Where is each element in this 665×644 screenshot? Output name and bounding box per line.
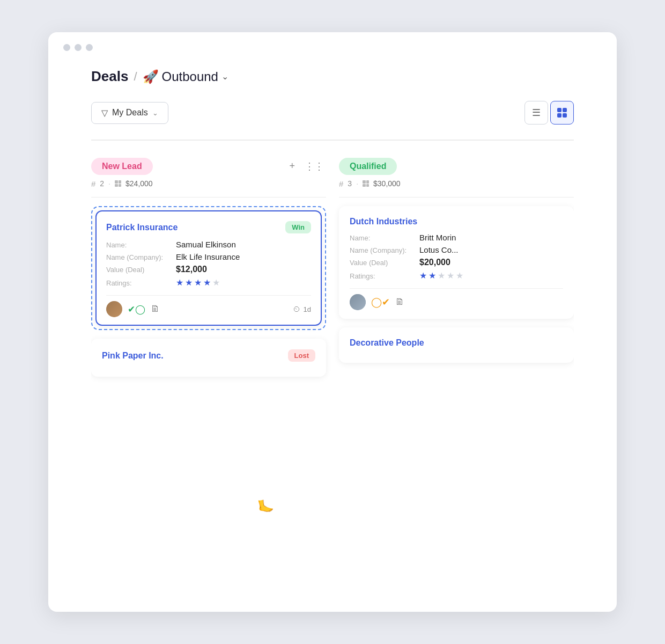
column-meta-new-lead: # 2 · $24,000 [91, 179, 326, 188]
clock-icon: ⏲ [293, 305, 300, 313]
star-4: ★ [447, 270, 454, 281]
column-new-lead: New Lead + ⋮⋮ # 2 · [91, 158, 326, 386]
col-divider-qualified [339, 197, 574, 198]
drag-area: Patrick Insurance Win Name: Samual Elkin… [91, 206, 326, 330]
column-menu-button[interactable]: ⋮⋮ [302, 159, 326, 173]
star-5: ★ [456, 270, 463, 281]
column-value-new-lead: $24,000 [125, 179, 153, 188]
star-4: ★ [203, 277, 211, 288]
list-icon: ☰ [532, 107, 541, 119]
deal-footer-patrick: ✔◯ 🗎 ⏲ 1d [106, 295, 311, 317]
filter-chevron-icon: ⌄ [152, 109, 158, 117]
deal-title-patrick: Patrick Insurance [106, 223, 178, 232]
main-window: Deals / 🚀 Outbound ⌄ ▽ My Deals ⌄ ☰ [48, 32, 617, 612]
toolbar: ▽ My Deals ⌄ ☰ [91, 101, 574, 125]
deal-field-dutch-company: Name (Company): Lotus Co... [350, 245, 563, 254]
column-value-qualified: $30,000 [373, 179, 401, 188]
deal-field-dutch-value: Value (Deal) $20,000 [350, 258, 563, 267]
filter-icon: ▽ [101, 108, 108, 118]
deal-title-decorative: Decorative People [350, 338, 424, 348]
deal-field-dutch-ratings: Ratings: ★ ★ ★ ★ ★ [350, 270, 563, 281]
deal-card-patrick-insurance[interactable]: Patrick Insurance Win Name: Samual Elkin… [95, 210, 322, 326]
badge-new-lead: New Lead [91, 158, 153, 175]
dutch-card-footer: ◯✔ 🗎 [350, 288, 563, 310]
breadcrumb: Deals / 🚀 Outbound ⌄ [91, 68, 574, 85]
time-ago: 1d [304, 305, 311, 313]
avatar-patrick [106, 301, 122, 317]
file-icon-dutch[interactable]: 🗎 [395, 297, 404, 308]
dot-2 [75, 44, 82, 51]
section-label: Outbound [162, 69, 218, 84]
ratings-stars-dutch: ★ ★ ★ ★ ★ [419, 270, 463, 281]
star-2: ★ [428, 270, 436, 281]
badge-qualified: Qualified [339, 158, 397, 175]
column-count-qualified: 3 [348, 179, 352, 188]
filter-button[interactable]: ▽ My Deals ⌄ [91, 102, 168, 124]
column-actions-new-lead: + ⋮⋮ [287, 159, 326, 173]
traffic-lights [48, 32, 617, 51]
file-icon[interactable]: 🗎 [151, 304, 160, 314]
filter-label: My Deals [112, 108, 148, 118]
column-qualified: Qualified # 3 · $30,000 [339, 158, 574, 386]
grid-view-button[interactable] [550, 101, 574, 125]
deal-card-decorative-people[interactable]: Decorative People [339, 327, 574, 363]
column-count-new-lead: 2 [100, 179, 104, 188]
view-toggle: ☰ [524, 101, 574, 125]
ratings-stars-patrick: ★ ★ ★ ★ ★ [176, 277, 220, 288]
deal-field-value: Value (Deal) $12,000 [106, 265, 311, 274]
deal-footer-left: ✔◯ 🗎 [106, 301, 160, 317]
breadcrumb-separator: / [134, 70, 137, 84]
deal-field-name: Name: Samual Elkinson [106, 240, 311, 249]
deal-tag-win: Win [285, 221, 311, 233]
star-3: ★ [438, 270, 445, 281]
grid-icon [557, 108, 567, 118]
star-5: ★ [212, 277, 220, 288]
col-divider-new-lead [91, 197, 326, 198]
chevron-down-icon: ⌄ [221, 71, 228, 82]
deal-field-ratings: Ratings: ★ ★ ★ ★ ★ [106, 277, 311, 288]
rocket-icon: 🚀 [143, 69, 159, 84]
deal-card-pink-paper[interactable]: Pink Paper Inc. Lost [91, 339, 326, 377]
deal-tag-lost: Lost [288, 349, 315, 362]
deal-title-dutch: Dutch Industries [350, 217, 417, 226]
deal-field-dutch-name: Name: Britt Morin [350, 233, 563, 242]
deal-title-pink-paper: Pink Paper Inc. [102, 351, 164, 361]
star-1: ★ [176, 277, 183, 288]
toolbar-divider [91, 140, 574, 141]
deal-footer-right: ⏲ 1d [293, 305, 311, 313]
add-deal-button[interactable]: + [287, 159, 297, 173]
check-circle-orange-icon[interactable]: ◯✔ [371, 296, 390, 308]
deal-field-company: Name (Company): Elk Life Insurance [106, 252, 311, 261]
dot-3 [86, 44, 93, 51]
deal-card-dutch-industries[interactable]: Dutch Industries Name: Britt Morin Name … [339, 206, 574, 319]
avatar-dutch [350, 294, 366, 310]
star-2: ★ [185, 277, 193, 288]
column-header-qualified: Qualified # 3 · $30,000 [339, 158, 574, 188]
list-view-button[interactable]: ☰ [524, 101, 548, 125]
breadcrumb-section[interactable]: 🚀 Outbound ⌄ [143, 69, 228, 84]
kanban-board: New Lead + ⋮⋮ # 2 · [91, 158, 574, 386]
star-3: ★ [194, 277, 202, 288]
dot-1 [63, 44, 70, 51]
star-1: ★ [419, 270, 427, 281]
check-circle-icon[interactable]: ✔◯ [128, 304, 145, 315]
breadcrumb-deals: Deals [91, 68, 128, 85]
column-header-new-lead: New Lead + ⋮⋮ # 2 · [91, 158, 326, 188]
column-meta-qualified: # 3 · $30,000 [339, 179, 574, 188]
cursor-hand-icon: 🦶 [256, 498, 275, 516]
